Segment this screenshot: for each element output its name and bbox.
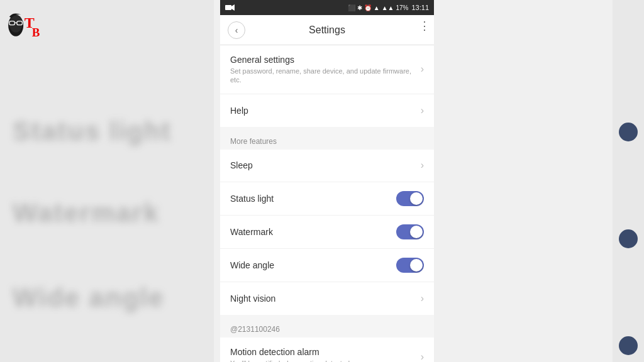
- general-settings-group: General settings Set password, rename, s…: [220, 45, 434, 127]
- watermark-toggle-knob: [410, 226, 423, 238]
- overflow-menu-button[interactable]: ⋮: [419, 19, 430, 33]
- logo-container: T B: [5, 5, 43, 43]
- camera-recording-icon: [225, 4, 235, 11]
- wide-angle-toggle[interactable]: [396, 258, 424, 273]
- motion-detection-subtitle: You'll be notified when motion detected: [230, 359, 416, 362]
- status-bar-left: [225, 4, 235, 11]
- help-chevron: ›: [421, 105, 424, 116]
- general-settings-item[interactable]: General settings Set password, rename, s…: [220, 45, 434, 94]
- features-group: Sleep › Status light Watermark: [220, 150, 434, 315]
- motion-detection-title: Motion detection alarm: [230, 346, 416, 358]
- page-title: Settings: [252, 25, 402, 36]
- night-vision-content: Night vision: [230, 293, 416, 304]
- svg-rect-7: [225, 5, 231, 10]
- motion-detection-item[interactable]: Motion detection alarm You'll be notifie…: [220, 337, 434, 362]
- wide-angle-item[interactable]: Wide angle: [220, 249, 434, 282]
- help-title: Help: [230, 105, 416, 116]
- status-light-content: Status light: [230, 193, 396, 204]
- general-settings-content: General settings Set password, rename, s…: [230, 54, 416, 85]
- back-button[interactable]: ‹: [228, 21, 245, 39]
- battery-text: 17%: [396, 4, 408, 11]
- night-vision-item[interactable]: Night vision ›: [220, 282, 434, 315]
- sleep-chevron: ›: [421, 160, 424, 171]
- wifi-icon: ▲: [374, 4, 380, 11]
- alerts-group: Motion detection alarm You'll be notifie…: [220, 337, 434, 362]
- status-light-title: Status light: [230, 193, 396, 204]
- status-light-item[interactable]: Status light: [220, 182, 434, 216]
- help-item[interactable]: Help ›: [220, 94, 434, 127]
- motion-detection-chevron: ›: [421, 351, 424, 362]
- right-sidebar: [613, 0, 644, 362]
- general-settings-title: General settings: [230, 54, 416, 65]
- status-light-toggle[interactable]: [396, 191, 424, 206]
- sleep-title: Sleep: [230, 160, 416, 171]
- night-vision-chevron: ›: [421, 293, 424, 304]
- time-display: 13:11: [411, 4, 429, 11]
- wide-angle-toggle-knob: [410, 259, 423, 272]
- back-icon: ‹: [235, 25, 238, 35]
- alarm-icon: ⏰: [364, 4, 372, 11]
- watermark-item[interactable]: Watermark: [220, 216, 434, 249]
- dot-3: [619, 336, 638, 355]
- svg-marker-8: [231, 4, 235, 11]
- blurred-label-1: Status light: [13, 116, 172, 146]
- left-watermark-area: T B Status light Watermark Wide angle: [0, 0, 214, 362]
- dot-2: [619, 229, 638, 248]
- wide-angle-title: Wide angle: [230, 260, 396, 271]
- watermark-toggle[interactable]: [396, 224, 424, 239]
- settings-content: General settings Set password, rename, s…: [220, 45, 434, 362]
- status-bar: ⬛ ✱ ⏰ ▲ ▲▲ 17% 13:11: [220, 0, 434, 15]
- tb-logo-icon: T B: [5, 5, 43, 43]
- sleep-item[interactable]: Sleep ›: [220, 150, 434, 182]
- svg-point-1: [9, 15, 23, 32]
- dot-1: [619, 123, 638, 141]
- more-features-label: More features: [220, 132, 434, 150]
- watermark-title: Watermark: [230, 226, 396, 238]
- blurred-label-2: Watermark: [13, 198, 160, 228]
- wide-angle-content: Wide angle: [230, 260, 396, 271]
- motion-detection-content: Motion detection alarm You'll be notifie…: [230, 346, 416, 362]
- general-settings-subtitle: Set password, rename, share device, and …: [230, 67, 416, 85]
- account-label: @2131100246: [220, 320, 434, 337]
- sleep-content: Sleep: [230, 160, 416, 171]
- settings-header: ‹ Settings: [220, 15, 434, 45]
- cast-icon: ⬛: [348, 4, 355, 11]
- general-settings-chevron: ›: [421, 63, 424, 75]
- svg-text:B: B: [32, 26, 40, 39]
- status-bar-right: ⬛ ✱ ⏰ ▲ ▲▲ 17% 13:11: [348, 4, 429, 11]
- status-light-toggle-knob: [410, 192, 423, 205]
- help-content: Help: [230, 105, 416, 116]
- settings-panel: ⬛ ✱ ⏰ ▲ ▲▲ 17% 13:11 ‹ Settings ⋮: [220, 0, 434, 362]
- watermark-content: Watermark: [230, 226, 396, 238]
- night-vision-title: Night vision: [230, 293, 416, 304]
- blurred-label-3: Wide angle: [13, 283, 164, 313]
- bluetooth-icon: ✱: [357, 4, 362, 11]
- signal-icon: ▲▲: [382, 4, 394, 11]
